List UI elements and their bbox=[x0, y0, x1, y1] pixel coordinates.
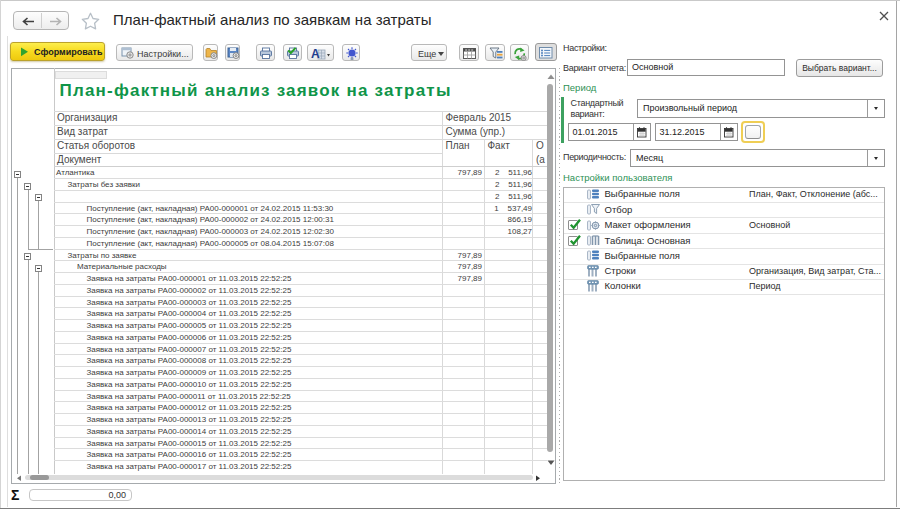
svg-text:A: A bbox=[311, 47, 320, 60]
